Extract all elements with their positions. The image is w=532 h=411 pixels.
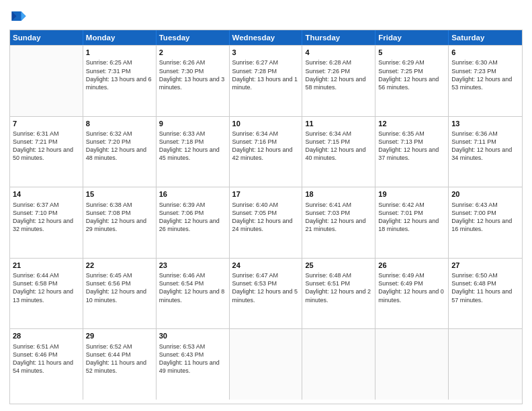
- day-number: 16: [159, 189, 226, 199]
- day-number: 19: [378, 189, 445, 199]
- day-number: 21: [13, 261, 80, 271]
- cell-details: Sunrise: 6:39 AMSunset: 7:06 PMDaylight:…: [159, 201, 226, 234]
- calendar-cell: [230, 329, 303, 400]
- day-number: 10: [232, 119, 300, 129]
- cell-details: Sunrise: 6:47 AMSunset: 6:53 PMDaylight:…: [232, 271, 300, 304]
- cell-details: Sunrise: 6:51 AMSunset: 6:46 PMDaylight:…: [13, 342, 80, 375]
- day-number: 2: [159, 48, 226, 58]
- day-number: 18: [305, 189, 372, 199]
- calendar-cell: 30Sunrise: 6:53 AMSunset: 6:43 PMDayligh…: [157, 329, 230, 400]
- calendar-body: 1Sunrise: 6:25 AMSunset: 7:31 PMDaylight…: [10, 45, 522, 400]
- cell-details: Sunrise: 6:50 AMSunset: 6:48 PMDaylight:…: [451, 271, 519, 304]
- calendar-cell: 1Sunrise: 6:25 AMSunset: 7:31 PMDaylight…: [83, 46, 157, 116]
- calendar-cell: [375, 329, 449, 400]
- day-number: 22: [86, 261, 153, 271]
- day-number: 4: [305, 48, 372, 58]
- logo-icon: [9, 7, 28, 26]
- calendar-cell: 12Sunrise: 6:35 AMSunset: 7:13 PMDayligh…: [375, 117, 449, 187]
- calendar-cell: 28Sunrise: 6:51 AMSunset: 6:46 PMDayligh…: [10, 329, 83, 400]
- cell-details: Sunrise: 6:35 AMSunset: 7:13 PMDaylight:…: [378, 130, 445, 163]
- calendar-cell: 23Sunrise: 6:46 AMSunset: 6:54 PMDayligh…: [157, 259, 230, 329]
- calendar-cell: 13Sunrise: 6:36 AMSunset: 7:11 PMDayligh…: [449, 117, 522, 187]
- cell-details: Sunrise: 6:45 AMSunset: 6:56 PMDaylight:…: [86, 271, 153, 304]
- calendar: SundayMondayTuesdayWednesdayThursdayFrid…: [9, 30, 523, 404]
- cell-details: Sunrise: 6:41 AMSunset: 7:03 PMDaylight:…: [305, 201, 372, 234]
- cell-details: Sunrise: 6:40 AMSunset: 7:05 PMDaylight:…: [232, 201, 300, 234]
- cell-details: Sunrise: 6:37 AMSunset: 7:10 PMDaylight:…: [13, 201, 80, 234]
- weekday-header-saturday: Saturday: [449, 30, 522, 45]
- day-number: 17: [232, 189, 300, 199]
- cell-details: Sunrise: 6:42 AMSunset: 7:01 PMDaylight:…: [378, 201, 445, 234]
- cell-details: Sunrise: 6:34 AMSunset: 7:15 PMDaylight:…: [305, 130, 372, 163]
- weekday-header-friday: Friday: [375, 30, 449, 45]
- cell-details: Sunrise: 6:30 AMSunset: 7:23 PMDaylight:…: [451, 58, 519, 91]
- calendar-cell: 14Sunrise: 6:37 AMSunset: 7:10 PMDayligh…: [10, 187, 83, 258]
- cell-details: Sunrise: 6:31 AMSunset: 7:21 PMDaylight:…: [13, 130, 80, 163]
- calendar-cell: 15Sunrise: 6:38 AMSunset: 7:08 PMDayligh…: [83, 187, 157, 258]
- calendar-cell: 7Sunrise: 6:31 AMSunset: 7:21 PMDaylight…: [10, 117, 83, 187]
- calendar-cell: 2Sunrise: 6:26 AMSunset: 7:30 PMDaylight…: [157, 46, 230, 116]
- cell-details: Sunrise: 6:38 AMSunset: 7:08 PMDaylight:…: [86, 201, 153, 234]
- day-number: 27: [451, 261, 519, 271]
- calendar-row-5: 28Sunrise: 6:51 AMSunset: 6:46 PMDayligh…: [10, 328, 522, 400]
- calendar-cell: [10, 46, 83, 116]
- weekday-header-thursday: Thursday: [302, 30, 375, 45]
- day-number: 11: [305, 119, 372, 129]
- svg-marker-1: [21, 11, 26, 21]
- cell-details: Sunrise: 6:25 AMSunset: 7:31 PMDaylight:…: [86, 58, 153, 91]
- day-number: 30: [159, 331, 226, 341]
- cell-details: Sunrise: 6:52 AMSunset: 6:44 PMDaylight:…: [86, 342, 153, 375]
- day-number: 3: [232, 48, 300, 58]
- calendar-cell: 21Sunrise: 6:44 AMSunset: 6:58 PMDayligh…: [10, 259, 83, 329]
- cell-details: Sunrise: 6:27 AMSunset: 7:28 PMDaylight:…: [232, 58, 300, 91]
- calendar-cell: 3Sunrise: 6:27 AMSunset: 7:28 PMDaylight…: [230, 46, 303, 116]
- calendar-cell: 29Sunrise: 6:52 AMSunset: 6:44 PMDayligh…: [83, 329, 157, 400]
- calendar-row-1: 1Sunrise: 6:25 AMSunset: 7:31 PMDaylight…: [10, 45, 522, 116]
- calendar-cell: 17Sunrise: 6:40 AMSunset: 7:05 PMDayligh…: [230, 187, 303, 258]
- day-number: 25: [305, 261, 372, 271]
- cell-details: Sunrise: 6:26 AMSunset: 7:30 PMDaylight:…: [159, 58, 226, 91]
- calendar-cell: 8Sunrise: 6:32 AMSunset: 7:20 PMDaylight…: [83, 117, 157, 187]
- day-number: 23: [159, 261, 226, 271]
- cell-details: Sunrise: 6:33 AMSunset: 7:18 PMDaylight:…: [159, 130, 226, 163]
- calendar-cell: [449, 329, 522, 400]
- day-number: 8: [86, 119, 153, 129]
- calendar-header: SundayMondayTuesdayWednesdayThursdayFrid…: [10, 30, 522, 45]
- cell-details: Sunrise: 6:44 AMSunset: 6:58 PMDaylight:…: [13, 271, 80, 304]
- weekday-header-tuesday: Tuesday: [157, 30, 230, 45]
- cell-details: Sunrise: 6:49 AMSunset: 6:49 PMDaylight:…: [378, 271, 445, 304]
- calendar-cell: 4Sunrise: 6:28 AMSunset: 7:26 PMDaylight…: [302, 46, 375, 116]
- day-number: 12: [378, 119, 445, 129]
- calendar-cell: 25Sunrise: 6:48 AMSunset: 6:51 PMDayligh…: [302, 259, 375, 329]
- day-number: 13: [451, 119, 519, 129]
- cell-details: Sunrise: 6:53 AMSunset: 6:43 PMDaylight:…: [159, 342, 226, 375]
- calendar-cell: [302, 329, 375, 400]
- calendar-row-2: 7Sunrise: 6:31 AMSunset: 7:21 PMDaylight…: [10, 116, 522, 187]
- day-number: 15: [86, 189, 153, 199]
- cell-details: Sunrise: 6:43 AMSunset: 7:00 PMDaylight:…: [451, 201, 519, 234]
- day-number: 29: [86, 331, 153, 341]
- day-number: 26: [378, 261, 445, 271]
- weekday-header-monday: Monday: [83, 30, 157, 45]
- weekday-header-sunday: Sunday: [10, 30, 83, 45]
- calendar-row-3: 14Sunrise: 6:37 AMSunset: 7:10 PMDayligh…: [10, 187, 522, 258]
- cell-details: Sunrise: 6:28 AMSunset: 7:26 PMDaylight:…: [305, 58, 372, 91]
- calendar-cell: 10Sunrise: 6:34 AMSunset: 7:16 PMDayligh…: [230, 117, 303, 187]
- calendar-cell: 19Sunrise: 6:42 AMSunset: 7:01 PMDayligh…: [375, 187, 449, 258]
- page-header: [9, 7, 523, 26]
- calendar-cell: 26Sunrise: 6:49 AMSunset: 6:49 PMDayligh…: [375, 259, 449, 329]
- calendar-cell: 11Sunrise: 6:34 AMSunset: 7:15 PMDayligh…: [302, 117, 375, 187]
- calendar-cell: 16Sunrise: 6:39 AMSunset: 7:06 PMDayligh…: [157, 187, 230, 258]
- calendar-cell: 5Sunrise: 6:29 AMSunset: 7:25 PMDaylight…: [375, 46, 449, 116]
- cell-details: Sunrise: 6:32 AMSunset: 7:20 PMDaylight:…: [86, 130, 153, 163]
- cell-details: Sunrise: 6:48 AMSunset: 6:51 PMDaylight:…: [305, 271, 372, 304]
- day-number: 24: [232, 261, 300, 271]
- calendar-cell: 18Sunrise: 6:41 AMSunset: 7:03 PMDayligh…: [302, 187, 375, 258]
- calendar-cell: 22Sunrise: 6:45 AMSunset: 6:56 PMDayligh…: [83, 259, 157, 329]
- cell-details: Sunrise: 6:34 AMSunset: 7:16 PMDaylight:…: [232, 130, 300, 163]
- day-number: 5: [378, 48, 445, 58]
- day-number: 6: [451, 48, 519, 58]
- calendar-cell: 27Sunrise: 6:50 AMSunset: 6:48 PMDayligh…: [449, 259, 522, 329]
- day-number: 9: [159, 119, 226, 129]
- day-number: 7: [13, 119, 80, 129]
